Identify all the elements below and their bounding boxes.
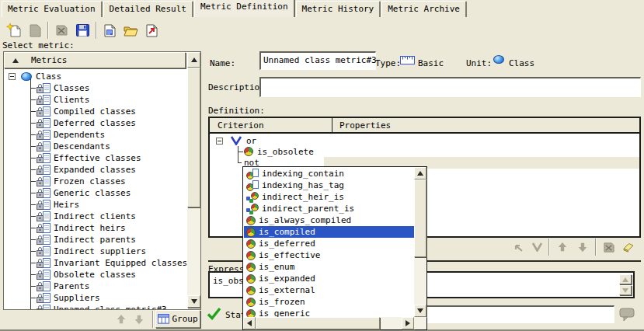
metric-lock-doc-icon (37, 235, 50, 245)
tree-item[interactable]: Heirs (4, 199, 186, 211)
description-input[interactable] (259, 77, 641, 97)
dropdown-item[interactable]: indirect_parent_is (244, 203, 414, 214)
change-to-or-button[interactable] (527, 242, 546, 252)
save-metric-button[interactable] (72, 20, 93, 40)
tree-item-label: Clients (54, 95, 89, 105)
tree-scroll-down-button[interactable] (187, 295, 200, 308)
open-folder-button[interactable] (120, 20, 141, 40)
tree-header-metrics[interactable]: Metrics (4, 52, 186, 68)
tree-item[interactable]: Dependents (4, 129, 186, 141)
tree-item[interactable]: Compiled classes (4, 106, 186, 117)
new-metric-button[interactable] (3, 20, 24, 40)
tree-item-class[interactable]: Class (4, 71, 186, 82)
dropdown-scroll-right-button[interactable] (402, 317, 414, 329)
collapse-minus-icon[interactable] (9, 73, 16, 80)
dropdown-item[interactable]: is_deferred (244, 238, 414, 249)
export-metric-button[interactable] (141, 20, 162, 40)
dropdown-scroll-thumb[interactable] (414, 179, 426, 257)
erase-criterion-button[interactable] (619, 242, 638, 253)
definition-edit-toolbar (509, 239, 641, 255)
footer-separator (152, 311, 154, 328)
tree-item[interactable]: Invariant Equipped classes (4, 257, 186, 269)
pie-icon (246, 216, 256, 225)
tab-metric-archive[interactable]: Metric Archive (381, 1, 467, 17)
group-button[interactable]: Group (155, 310, 200, 328)
dropdown-item-selected[interactable]: is_compiled (244, 226, 414, 238)
criterion-column-header[interactable]: Criterion (218, 120, 264, 131)
scroll-up-icon (622, 277, 628, 282)
tree-item-label: Deferred classes (54, 118, 136, 128)
collapse-minus-icon[interactable] (216, 138, 223, 145)
tree-scroll-thumb[interactable] (187, 68, 200, 207)
move-criterion-out-button[interactable] (509, 242, 527, 253)
tab-metric-history[interactable]: Metric History (296, 1, 381, 17)
dropdown-scroll-left-button[interactable] (243, 317, 256, 329)
dropdown-scroll-up-button[interactable] (414, 167, 426, 179)
move-metric-up-button[interactable] (113, 312, 129, 326)
tree-item[interactable]: Obsolete classes (4, 269, 186, 280)
tree-item[interactable]: Descendants (4, 141, 186, 152)
move-criterion-up-button[interactable] (552, 242, 573, 253)
duplicate-metric-button[interactable] (24, 20, 45, 40)
dropdown-item[interactable]: is_external (244, 284, 414, 296)
metric-lock-doc-icon (37, 118, 50, 128)
tree-item[interactable]: Clients (4, 94, 186, 106)
tab-label: Metric History (302, 4, 374, 14)
expression-scroll-down-button[interactable] (619, 285, 632, 295)
tree-item[interactable]: Deferred classes (4, 117, 186, 129)
open-folder-icon (124, 25, 138, 37)
tree-item[interactable]: Suppliers (4, 292, 186, 304)
delete-metric-button[interactable] (51, 20, 72, 40)
tree-item-label: Unnamed class metric#3 (54, 305, 167, 310)
unit-label: Unit: (466, 58, 492, 68)
column-divider[interactable] (332, 118, 332, 132)
criterion-row-is-obsolete[interactable]: is_obsolete (210, 146, 314, 157)
tree-item[interactable]: Expanded classes (4, 164, 186, 176)
tab-label: Detailed Result (110, 4, 186, 14)
dropdown-item[interactable]: is_always_compiled (244, 214, 414, 226)
metric-lock-doc-icon (37, 153, 50, 163)
tab-metric-evaluation[interactable]: Metric Evaluation (2, 1, 103, 17)
properties-column-header[interactable]: Properties (339, 120, 391, 131)
comment-bubble-icon[interactable] (619, 308, 635, 322)
unit-value: Class (509, 58, 534, 68)
dropdown-item-label: is_deferred (259, 239, 315, 249)
dropdown-item[interactable]: is_frozen (244, 296, 414, 308)
dropdown-hscroll-thumb[interactable] (256, 317, 380, 329)
expression-scroll-up-button[interactable] (619, 274, 632, 284)
tree-item[interactable]: Indirect heirs (4, 222, 186, 234)
dropdown-item[interactable]: is_effective (244, 249, 414, 261)
dropdown-item[interactable]: indexing_has_tag (244, 179, 414, 191)
dropdown-item[interactable]: is_expanded (244, 273, 414, 284)
slanted-arrow-icon (513, 242, 524, 253)
tab-detailed-result[interactable]: Detailed Result (103, 1, 193, 17)
criterion-row-or[interactable]: or (210, 135, 256, 146)
delete-criterion-button[interactable] (599, 242, 619, 253)
dropdown-horizontal-scrollbar[interactable] (243, 317, 414, 329)
tree-item[interactable]: Indirect parents (4, 234, 186, 246)
dropdown-vertical-scrollbar[interactable] (414, 167, 426, 317)
tree-scroll-up-button[interactable] (187, 52, 200, 68)
dropdown-item[interactable]: indirect_heir_is (244, 191, 414, 203)
tree-item[interactable]: Generic classes (4, 187, 186, 199)
dropdown-scroll-down-button[interactable] (414, 305, 426, 317)
pie-doc-icon (246, 169, 259, 179)
tree-item[interactable]: Parents (4, 280, 186, 292)
tree-item[interactable]: Classes (4, 82, 186, 94)
scroll-left-icon (247, 320, 252, 326)
move-metric-down-button[interactable] (131, 312, 147, 326)
tree-vertical-scrollbar[interactable] (187, 52, 200, 308)
metric-file-button[interactable] (99, 20, 120, 40)
tab-metric-definition[interactable]: Metric Definition (194, 0, 295, 17)
tree-item[interactable]: Indirect suppliers (4, 246, 186, 257)
dropdown-item[interactable]: is_enum (244, 261, 414, 273)
name-input[interactable]: Unnamed class metric#3 (259, 51, 376, 70)
tree-item[interactable]: Indirect clients (4, 211, 186, 222)
tree-item-clipped[interactable]: Unnamed class metric#3 (4, 304, 186, 310)
new-metric-icon (6, 23, 22, 37)
dropdown-item[interactable]: indexing_contain (244, 168, 414, 179)
tree-item[interactable]: Effective classes (4, 152, 186, 164)
tree-item[interactable]: Frozen classes (4, 176, 186, 187)
move-criterion-down-button[interactable] (573, 242, 593, 253)
metric-lock-doc-icon (37, 165, 50, 175)
